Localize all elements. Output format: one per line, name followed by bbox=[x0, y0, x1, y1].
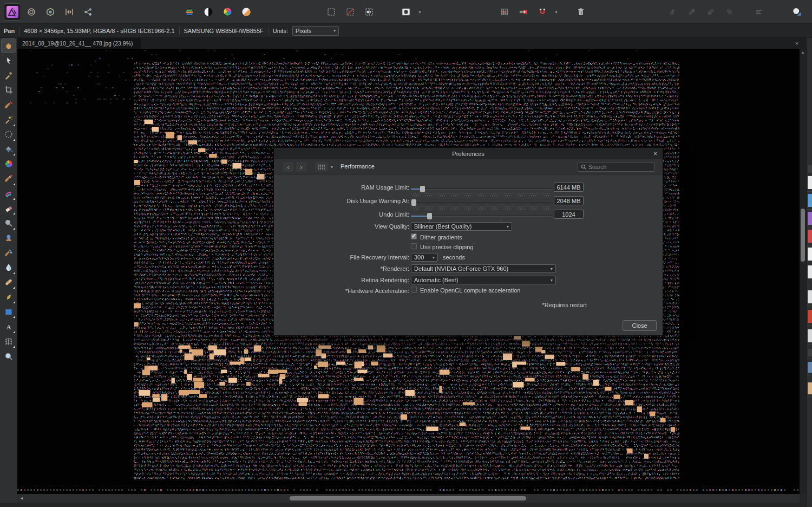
flyout-indicator-icon bbox=[13, 287, 15, 289]
show-grid-button[interactable] bbox=[496, 4, 513, 20]
preferences-dialog: Preferences × ‹ › ▾ Performance RAM bbox=[273, 147, 663, 336]
dither-gradients-checkbox[interactable] bbox=[411, 233, 417, 239]
ram-usage-value-field[interactable]: 6144 MB bbox=[554, 183, 584, 192]
edge-partial-button[interactable] bbox=[808, 4, 812, 20]
text-tool[interactable]: A bbox=[2, 320, 16, 334]
dodge-tool[interactable] bbox=[2, 217, 16, 230]
edge-partial-icon bbox=[808, 6, 812, 17]
pixel-tool[interactable] bbox=[2, 187, 16, 200]
nav-back-button[interactable]: ‹ bbox=[283, 162, 293, 172]
scroll-up-icon[interactable]: ▲ bbox=[800, 50, 806, 54]
move-to-front-button[interactable] bbox=[665, 4, 681, 20]
invert-pixel-selection-button[interactable] bbox=[361, 4, 377, 20]
units-dropdown[interactable]: Pixels ▾ bbox=[292, 26, 339, 36]
renderer-dropdown[interactable]: Default (NVIDIA GeForce GTX 960) ▾ bbox=[411, 264, 556, 273]
slider-thumb[interactable] bbox=[427, 213, 432, 219]
move-to-back-button[interactable] bbox=[722, 4, 738, 20]
search-input[interactable] bbox=[587, 163, 652, 171]
ram-usage-slider[interactable] bbox=[411, 186, 552, 192]
search-box[interactable] bbox=[578, 162, 654, 172]
auto-white-balance-button[interactable] bbox=[238, 4, 254, 20]
document-tab-bar: 2014_08_19@10_26_41__ 478.jpg (23.9%) × bbox=[17, 38, 806, 49]
auto-colours-button[interactable] bbox=[219, 4, 235, 20]
retina-rendering-dropdown[interactable]: Automatic (Best) ▾ bbox=[411, 276, 556, 284]
file-recovery-value: 300 bbox=[414, 254, 430, 261]
auto-contrast-button[interactable] bbox=[200, 4, 217, 20]
pen-tool[interactable] bbox=[2, 290, 16, 304]
renderer-label: *Renderer: bbox=[274, 265, 409, 272]
close-button[interactable]: Close bbox=[623, 320, 657, 331]
move-forward-button[interactable] bbox=[684, 4, 700, 20]
dither-gradients-label: Dither gradients bbox=[420, 234, 462, 240]
delete-trash-button[interactable] bbox=[573, 4, 589, 20]
undo-brush-tool[interactable] bbox=[2, 246, 16, 259]
new-mask-layer-button[interactable] bbox=[398, 4, 414, 20]
move-forward-icon bbox=[687, 7, 697, 17]
scroll-left-icon[interactable]: ◀ bbox=[19, 496, 24, 500]
horizontal-scrollbar[interactable]: ◀ bbox=[17, 494, 800, 503]
preferences-titlebar[interactable]: Preferences × bbox=[274, 148, 663, 159]
auto-levels-button[interactable] bbox=[181, 4, 198, 20]
undo-limit-slider[interactable] bbox=[411, 213, 552, 219]
view-quality-dropdown[interactable]: Bilinear (Best Quality) ▾ bbox=[411, 222, 512, 231]
assistant-manager-button[interactable] bbox=[789, 4, 805, 20]
zoom-tool[interactable] bbox=[2, 349, 16, 363]
sections-caret[interactable]: ▾ bbox=[329, 162, 335, 172]
flood-select-tool[interactable] bbox=[2, 113, 16, 127]
erase-tool[interactable] bbox=[2, 202, 16, 215]
snapping-options-button[interactable] bbox=[515, 4, 532, 20]
flyout-indicator-icon bbox=[13, 272, 15, 274]
healing-tool[interactable] bbox=[2, 276, 16, 289]
disk-warning-value-field[interactable]: 2048 MB bbox=[554, 196, 584, 205]
alignment-button[interactable] bbox=[751, 4, 767, 20]
section-title: Performance bbox=[340, 163, 375, 170]
tab-close-icon[interactable]: × bbox=[793, 40, 801, 47]
color-picker-tool[interactable] bbox=[2, 69, 16, 82]
gradient-tool[interactable] bbox=[2, 157, 16, 171]
undo-limit-value-field[interactable]: 1024 bbox=[554, 210, 584, 219]
select-all-button[interactable] bbox=[323, 4, 339, 20]
new-mask-layer-caret[interactable]: ▾ bbox=[417, 4, 423, 20]
paint-brush-tool-icon bbox=[4, 174, 14, 184]
blur-tool[interactable] bbox=[2, 261, 16, 275]
paint-brush-tool[interactable] bbox=[2, 172, 16, 186]
rectangle-tool[interactable] bbox=[2, 305, 16, 318]
auto-colours-icon bbox=[222, 6, 233, 17]
horizontal-scrollbar-thumb[interactable] bbox=[290, 496, 526, 500]
move-backward-button[interactable] bbox=[703, 4, 719, 20]
file-recovery-dropdown[interactable]: 300 ▾ bbox=[411, 253, 438, 262]
crop-tool[interactable] bbox=[2, 83, 16, 97]
precise-clipping-checkbox[interactable] bbox=[411, 243, 417, 249]
liquify-persona-button[interactable] bbox=[23, 4, 40, 20]
slider-thumb[interactable] bbox=[420, 186, 425, 192]
move-tool[interactable] bbox=[2, 54, 16, 67]
clone-stamp-tool[interactable] bbox=[2, 231, 16, 245]
snapping-magnet-caret[interactable]: ▾ bbox=[553, 4, 559, 20]
marquee-select-tool[interactable] bbox=[2, 128, 16, 141]
slider-thumb[interactable] bbox=[411, 199, 416, 206]
vertical-scrollbar-thumb[interactable] bbox=[801, 209, 805, 262]
separator bbox=[807, 359, 812, 359]
snapping-magnet-button[interactable] bbox=[534, 4, 551, 20]
flyout-indicator-icon bbox=[13, 227, 15, 230]
document-tab[interactable]: 2014_08_19@10_26_41__ 478.jpg (23.9%) bbox=[17, 38, 141, 49]
mesh-warp-tool[interactable] bbox=[2, 335, 16, 348]
sections-grid-button[interactable] bbox=[315, 162, 328, 172]
disk-warning-slider[interactable] bbox=[411, 199, 552, 206]
opencl-checkbox[interactable] bbox=[411, 287, 417, 292]
nav-forward-button[interactable]: › bbox=[296, 162, 306, 172]
selection-brush-tool[interactable] bbox=[2, 98, 16, 112]
vertical-scrollbar[interactable]: ▲ bbox=[800, 49, 806, 494]
renderer-value: Default (NVIDIA GeForce GTX 960) bbox=[414, 265, 548, 272]
chevron-down-icon: ▾ bbox=[331, 165, 333, 170]
view-tool[interactable] bbox=[2, 39, 16, 53]
develop-persona-button[interactable] bbox=[42, 4, 58, 20]
affinity-photo-persona-button[interactable] bbox=[4, 4, 21, 20]
dialog-close-icon[interactable]: × bbox=[651, 150, 659, 158]
export-persona-button[interactable] bbox=[80, 4, 96, 20]
flyout-indicator-icon bbox=[13, 139, 15, 141]
deselect-button[interactable] bbox=[342, 4, 358, 20]
chevron-left-icon: ‹ bbox=[287, 163, 289, 171]
tone-mapping-persona-button[interactable] bbox=[61, 4, 77, 20]
flood-fill-tool[interactable] bbox=[2, 142, 16, 156]
